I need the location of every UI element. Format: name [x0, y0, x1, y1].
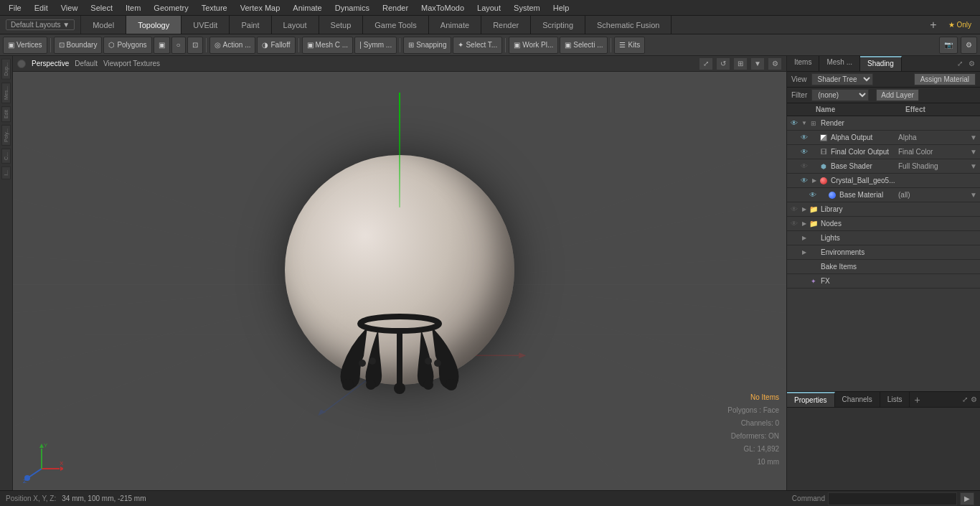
- tab-scripting[interactable]: Scripting: [531, 16, 585, 34]
- vis-toggle-environments[interactable]: [788, 247, 800, 258]
- vis-toggle-render[interactable]: 👁: [788, 118, 800, 129]
- shader-tree-row-alpha[interactable]: 👁 Alpha Output Alpha ▼: [787, 131, 980, 145]
- layout-selector[interactable]: Default Layouts ▼: [6, 19, 75, 30]
- pp-tab-properties[interactable]: Properties: [787, 392, 835, 407]
- menu-vertex-map[interactable]: Vertex Map: [235, 2, 286, 14]
- kits-button[interactable]: ☰ Kits: [614, 37, 645, 54]
- circle-button[interactable]: ○: [171, 37, 186, 54]
- final-color-dropdown[interactable]: ▼: [970, 148, 979, 156]
- alpha-dropdown[interactable]: ▼: [970, 133, 979, 141]
- tab-animate[interactable]: Animate: [429, 16, 481, 34]
- viewport-fit-btn[interactable]: ⊞: [733, 57, 748, 70]
- menu-texture[interactable]: Texture: [196, 2, 233, 14]
- menu-layout[interactable]: Layout: [471, 2, 507, 14]
- menu-edit[interactable]: Edit: [29, 2, 54, 14]
- rp-expand-btn[interactable]: ⤢: [955, 60, 965, 67]
- assign-material-button[interactable]: Assign Material: [914, 73, 976, 85]
- star-only-button[interactable]: ★ Only: [944, 21, 976, 29]
- tab-render[interactable]: Render: [481, 16, 531, 34]
- menu-select[interactable]: Select: [85, 2, 118, 14]
- viewport-canvas[interactable]: No Items Polygons : Face Channels: 0 Def…: [13, 72, 786, 490]
- menu-view[interactable]: View: [55, 2, 84, 14]
- tab-paint[interactable]: Paint: [230, 16, 271, 34]
- shader-tree-row-environments[interactable]: ▶ Environments: [787, 245, 980, 260]
- vis-toggle-fx[interactable]: [788, 276, 800, 287]
- vis-toggle-nodes[interactable]: 👁: [788, 218, 800, 230]
- menu-help[interactable]: Help: [547, 2, 575, 14]
- tab-layout[interactable]: Layout: [272, 16, 319, 34]
- mesh-c-button[interactable]: ▣ Mesh C ...: [302, 37, 354, 54]
- base-shader-dropdown[interactable]: ▼: [970, 162, 979, 170]
- camera-button[interactable]: 📷: [939, 37, 958, 54]
- symm-button[interactable]: | Symm ...: [354, 37, 397, 54]
- base-material-dropdown[interactable]: ▼: [970, 191, 979, 199]
- viewport-settings-btn[interactable]: ⚙: [768, 57, 782, 70]
- viewport-textures-label[interactable]: Viewport Textures: [103, 60, 160, 67]
- expand-fx[interactable]: [800, 276, 809, 287]
- tab-add-button[interactable]: +: [925, 19, 941, 32]
- polygons-button[interactable]: ⬡ Polygons: [103, 37, 151, 54]
- pp-tab-lists[interactable]: Lists: [880, 392, 910, 407]
- tab-uvedit[interactable]: UVEdit: [182, 16, 230, 34]
- viewport-more-btn[interactable]: ▼: [750, 57, 765, 70]
- vis-toggle-lights[interactable]: [788, 233, 800, 244]
- rp-filter-select[interactable]: (none): [811, 89, 869, 101]
- expand-render[interactable]: ▼: [800, 118, 809, 129]
- expand-alpha[interactable]: [810, 132, 819, 144]
- expand-lights[interactable]: ▶: [800, 233, 809, 244]
- mesh-button[interactable]: ▣: [154, 37, 170, 54]
- menu-file[interactable]: File: [3, 2, 27, 14]
- vertices-button[interactable]: ▣ Vertices: [3, 37, 47, 54]
- viewport-menu-btn[interactable]: [17, 60, 26, 68]
- menu-dynamics[interactable]: Dynamics: [329, 2, 375, 14]
- expand-base-shader[interactable]: [810, 161, 819, 172]
- tab-model[interactable]: Model: [81, 16, 126, 34]
- menu-maxtomodo[interactable]: MaxToModo: [415, 2, 470, 14]
- viewport-perspective-label[interactable]: Perspective: [32, 60, 69, 67]
- shader-tree-row-nodes[interactable]: 👁 ▶ 📁 Nodes: [787, 217, 980, 231]
- falloff-button[interactable]: ◑ Falloff: [257, 37, 295, 54]
- shader-tree-row-fx[interactable]: ✦ FX: [787, 274, 980, 289]
- shader-tree-row-base-shader[interactable]: 👁 ⬢ Base Shader Full Shading ▼: [787, 159, 980, 174]
- expand-nodes[interactable]: ▶: [800, 218, 809, 230]
- viewport-default-label[interactable]: Default: [75, 60, 98, 67]
- shader-tree-row-render[interactable]: 👁 ▼ ⊞ Render: [787, 116, 980, 131]
- pp-expand-btn[interactable]: ⤢: [962, 395, 968, 403]
- side-label-mes[interactable]: Mes...: [1, 83, 11, 103]
- boundary-button[interactable]: ⊡ Boundary: [54, 37, 103, 54]
- tab-setup[interactable]: Setup: [319, 16, 364, 34]
- add-layer-button[interactable]: Add Layer: [876, 89, 919, 101]
- menu-item[interactable]: Item: [120, 2, 146, 14]
- menu-geometry[interactable]: Geometry: [148, 2, 194, 14]
- snapping-button[interactable]: ⊞ Snapping: [403, 37, 451, 54]
- side-label-i[interactable]: I...: [1, 167, 11, 179]
- expand-base-material[interactable]: [819, 189, 827, 201]
- shader-tree-row-bake-items[interactable]: Bake Items: [787, 260, 980, 274]
- shader-tree-row-final-color[interactable]: 👁 🎞 Final Color Output Final Color ▼: [787, 145, 980, 159]
- tab-topology[interactable]: Topology: [126, 16, 182, 34]
- command-input[interactable]: [828, 492, 957, 505]
- rp-settings-btn[interactable]: ⚙: [966, 60, 977, 67]
- viewport-refresh-btn[interactable]: ↺: [716, 57, 730, 70]
- expand-crystal-ball[interactable]: ▶: [810, 175, 819, 187]
- rp-tab-mesh[interactable]: Mesh ...: [819, 56, 860, 71]
- expand-final-color[interactable]: [810, 146, 819, 158]
- vis-toggle-alpha[interactable]: 👁: [798, 132, 810, 144]
- vis-toggle-crystal-ball[interactable]: 👁: [798, 175, 810, 187]
- side-label-edit[interactable]: Edit: [1, 106, 11, 122]
- pp-tab-channels[interactable]: Channels: [835, 392, 880, 407]
- select-t-button[interactable]: ✦ Select T...: [453, 37, 502, 54]
- menu-system[interactable]: System: [508, 2, 546, 14]
- side-label-poly[interactable]: Poly...: [1, 125, 11, 146]
- expand-bake-items[interactable]: [800, 261, 809, 273]
- expand-library[interactable]: ▶: [800, 204, 809, 215]
- vis-toggle-base-material[interactable]: 👁: [807, 189, 819, 201]
- rp-tab-shading[interactable]: Shading: [860, 56, 902, 71]
- action-button[interactable]: ◎ Action ...: [209, 37, 256, 54]
- shader-tree-row-base-material[interactable]: 👁 Base Material (all) ▼: [787, 188, 980, 202]
- vis-toggle-final-color[interactable]: 👁: [798, 146, 810, 158]
- selecti-button[interactable]: ▣ Selecti ...: [560, 37, 608, 54]
- shader-tree-row-library[interactable]: 👁 ▶ 📁 Library: [787, 202, 980, 217]
- settings-button[interactable]: ⚙: [961, 37, 977, 54]
- vis-toggle-base-shader[interactable]: 👁: [798, 161, 810, 172]
